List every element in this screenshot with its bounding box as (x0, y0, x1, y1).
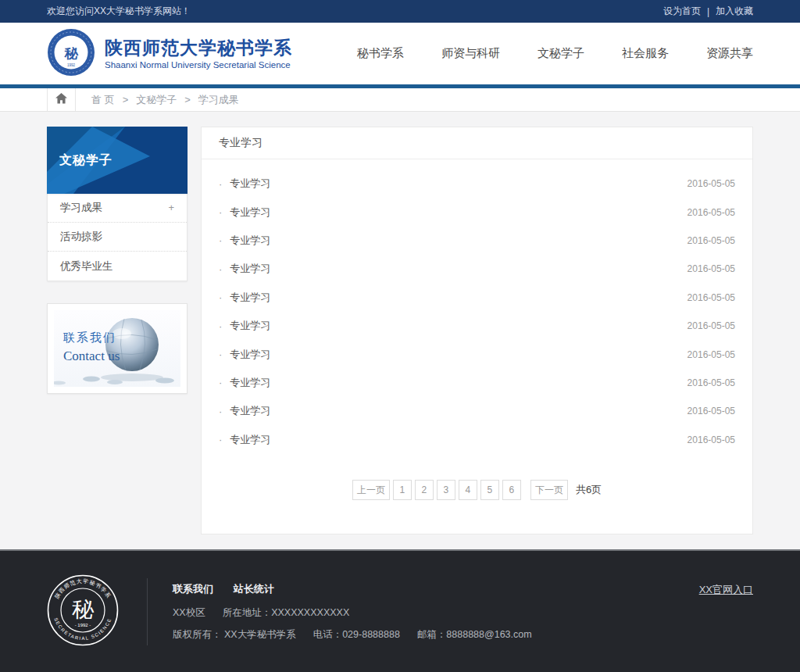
bullet-icon: · (219, 377, 222, 388)
bullet-icon: · (219, 263, 222, 275)
footer-campus: XX校区 (173, 606, 205, 620)
bullet-icon: · (219, 291, 222, 303)
list-item: · 专业学习 2016-05-05 (219, 284, 735, 312)
topbar-separator: | (707, 6, 709, 17)
sidebar-title: 文秘学子 (59, 152, 112, 169)
svg-text:秘: 秘 (64, 46, 79, 61)
next-page-button[interactable]: 下一页 (530, 480, 568, 500)
sidebar-menu: 学习成果 + 活动掠影 优秀毕业生 (47, 194, 188, 281)
set-homepage-link[interactable]: 设为首页 (663, 5, 701, 18)
article-date: 2016-05-05 (688, 320, 735, 331)
breadcrumb-bar: 首 页 > 文秘学子 > 学习成果 (0, 88, 800, 112)
list-item: · 专业学习 2016-05-05 (219, 255, 735, 283)
list-item: · 专业学习 2016-05-05 (219, 369, 735, 397)
article-date: 2016-05-05 (688, 178, 735, 189)
site-brand[interactable]: 秘 1992 陕西师范大学秘书学系 Shaanxi Normal Univers… (47, 28, 292, 80)
page-button-1[interactable]: 1 (393, 480, 412, 500)
article-link[interactable]: 专业学习 (230, 291, 270, 305)
prev-page-button[interactable]: 上一页 (352, 480, 390, 500)
pagination: 上一页 1 2 3 4 5 6 下一页 共6页 (202, 480, 752, 500)
article-link[interactable]: 专业学习 (230, 319, 270, 333)
article-date: 2016-05-05 (688, 292, 735, 303)
main-nav: 秘书学系 师资与科研 文秘学子 社会服务 资源共享 (320, 46, 753, 61)
university-seal-icon: 秘 1992 (47, 28, 95, 80)
sidebar-header: 文秘学子 (47, 127, 188, 194)
page-button-6[interactable]: 6 (502, 480, 521, 500)
contact-title-cn: 联系我们 (63, 331, 120, 345)
breadcrumb-home[interactable]: 首 页 (91, 93, 115, 107)
add-favorite-link[interactable]: 加入收藏 (716, 5, 753, 18)
bullet-icon: · (219, 178, 222, 190)
bullet-icon: · (219, 349, 222, 360)
sidebar-item-activity-photos[interactable]: 活动掠影 (48, 223, 187, 252)
bullet-icon: · (219, 320, 222, 332)
article-date: 2016-05-05 (688, 235, 735, 246)
site-title-en: Shaanxi Normal University Secretarial Sc… (105, 60, 292, 70)
topbar: 欢迎您访问XX大学秘书学系网站！ 设为首页 | 加入收藏 (0, 0, 800, 23)
contact-us-banner[interactable]: 联系我们 Contact us (47, 303, 188, 394)
article-date: 2016-05-05 (688, 349, 735, 360)
footer-contact-link[interactable]: 联系我们 (173, 582, 213, 596)
breadcrumb-current: 学习成果 (198, 93, 239, 107)
article-link[interactable]: 专业学习 (230, 177, 270, 191)
list-item: · 专业学习 2016-05-05 (219, 340, 735, 368)
footer-phone: 电话：029-8888888 (313, 628, 400, 642)
page-total-label: 共6页 (576, 483, 602, 497)
footer-stats-link[interactable]: 站长统计 (234, 582, 274, 596)
bullet-icon: · (219, 234, 222, 246)
bullet-icon: · (219, 434, 222, 445)
article-date: 2016-05-05 (688, 377, 735, 388)
article-link[interactable]: 专业学习 (230, 348, 270, 362)
article-date: 2016-05-05 (688, 207, 735, 218)
breadcrumb: 首 页 > 文秘学子 > 学习成果 (76, 88, 239, 111)
nav-item-students[interactable]: 文秘学子 (538, 46, 584, 61)
breadcrumb-separator: > (184, 94, 191, 105)
expand-plus-icon: + (168, 194, 174, 222)
article-link[interactable]: 专业学习 (230, 376, 270, 390)
svg-text:秘: 秘 (72, 597, 95, 621)
footer-seal-icon: 陕西师范大学秘书学系 SECRETARIAL SCIENCE 秘 - 1992 … (47, 574, 119, 649)
welcome-text: 欢迎您访问XX大学秘书学系网站！ (47, 5, 191, 18)
article-date: 2016-05-05 (688, 263, 735, 274)
bullet-icon: · (219, 206, 222, 218)
footer-email: 邮箱：8888888@163.com (417, 628, 532, 642)
nav-item-service[interactable]: 社会服务 (622, 46, 669, 61)
footer-info: 联系我们 站长统计 XX校区 所在地址：XXXXXXXXXXXX 版权所有： X… (173, 582, 532, 642)
nav-item-faculty[interactable]: 师资与科研 (441, 46, 500, 61)
list-item: · 专业学习 2016-05-05 (219, 397, 735, 425)
home-button[interactable] (47, 88, 76, 111)
bullet-icon: · (219, 406, 222, 417)
page-button-3[interactable]: 3 (437, 480, 455, 500)
list-item: · 专业学习 2016-05-05 (219, 426, 735, 454)
list-item: · 专业学习 2016-05-05 (219, 312, 735, 340)
article-link[interactable]: 专业学习 (230, 234, 270, 248)
svg-text:- 1992 -: - 1992 - (75, 623, 91, 627)
content-title: 专业学习 (202, 127, 752, 159)
article-date: 2016-05-05 (688, 434, 735, 445)
sidebar-item-study-results[interactable]: 学习成果 + (48, 194, 187, 223)
breadcrumb-separator: > (123, 94, 129, 105)
page-button-2[interactable]: 2 (415, 480, 434, 500)
article-link[interactable]: 专业学习 (230, 433, 270, 447)
nav-item-dept[interactable]: 秘书学系 (357, 46, 404, 61)
home-icon (55, 93, 67, 107)
list-item: · 专业学习 2016-05-05 (219, 227, 735, 255)
footer: 陕西师范大学秘书学系 SECRETARIAL SCIENCE 秘 - 1992 … (0, 549, 800, 672)
article-link[interactable]: 专业学习 (230, 206, 270, 220)
content-panel: 专业学习 · 专业学习 2016-05-05 · 专业学习 2016-05-05… (201, 127, 753, 534)
nav-item-resources[interactable]: 资源共享 (706, 46, 753, 61)
article-date: 2016-05-05 (688, 406, 735, 416)
list-item: · 专业学习 2016-05-05 (219, 170, 735, 198)
sidebar: 文秘学子 学习成果 + 活动掠影 优秀毕业生 (47, 127, 188, 394)
breadcrumb-students[interactable]: 文秘学子 (136, 93, 177, 107)
sidebar-item-graduates[interactable]: 优秀毕业生 (48, 252, 187, 281)
page-button-5[interactable]: 5 (480, 480, 499, 500)
svg-text:1992: 1992 (67, 63, 76, 66)
official-portal-link[interactable]: XX官网入口 (699, 584, 753, 595)
contact-title-en: Contact us (63, 349, 120, 364)
article-link[interactable]: 专业学习 (230, 262, 270, 276)
article-link[interactable]: 专业学习 (230, 404, 270, 418)
page-body: 文秘学子 学习成果 + 活动掠影 优秀毕业生 (0, 112, 800, 549)
page-button-4[interactable]: 4 (459, 480, 477, 500)
footer-divider (147, 578, 148, 645)
